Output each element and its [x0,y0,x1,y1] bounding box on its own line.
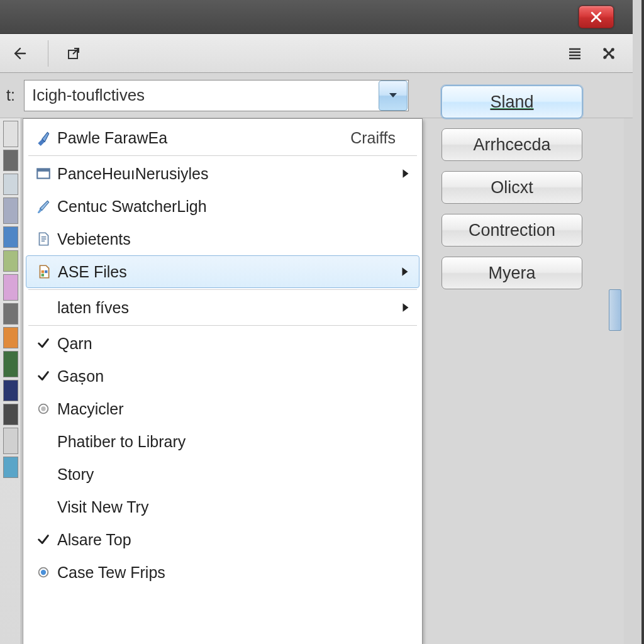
checkmark-icon [36,533,50,547]
menu-item[interactable]: Centuc SwatcherLigh [23,190,422,223]
menu-item-arrow [398,168,413,179]
submenu-arrow-icon [401,168,410,179]
menu-item[interactable]: laten fíves [23,291,422,324]
svg-rect-6 [37,169,50,171]
menu-item[interactable]: PanceHeuıNerusiyles [23,157,422,190]
color-palette [0,118,21,644]
filter-combobox[interactable] [24,80,409,111]
palette-swatch[interactable] [3,303,18,325]
dropdown-menu: Pawle FarawEaCraiffsPanceHeuıNerusiylesC… [23,118,423,644]
back-button[interactable] [8,42,30,65]
palette-swatch[interactable] [3,197,18,224]
palette-swatch[interactable] [3,150,18,171]
menu-item[interactable]: Alsare Top [23,523,422,556]
toolbar-separator [48,40,48,67]
toolbar [0,34,633,73]
chevron-down-icon [388,92,398,99]
window-icon [35,165,52,182]
radio-on-icon [36,565,50,579]
titlebar [0,0,633,34]
doc-icon [35,231,52,247]
menu-check-col [30,336,57,350]
menu-icon-col [30,130,57,146]
submenu-arrow-icon [401,302,410,313]
checkmark-icon [36,336,50,350]
toolbar-right [564,42,625,65]
menu-item[interactable]: Story [23,458,422,491]
menu-item[interactable]: Case Tew Frips [23,556,422,589]
palette-swatch[interactable] [3,250,18,272]
menu-item-label: Vebietents [57,230,398,248]
contrection-button[interactable]: Contrection [441,214,582,247]
menu-item-arrow [397,266,413,277]
menu-item-label: Qarn [57,335,398,353]
menu-list: Pawle FarawEaCraiffsPanceHeuıNerusiylesC… [23,119,422,591]
menu-icon-col [30,165,57,182]
settings-button[interactable] [597,42,620,65]
menu-item-label: Story [57,465,398,484]
myera-button[interactable]: Myera [441,257,582,289]
olicxt-button[interactable]: Olicxt [441,171,582,204]
arrhcecda-button[interactable]: Arrhcecda [441,128,582,161]
svg-rect-8 [45,270,47,273]
palette-swatch[interactable] [3,428,18,454]
menu-item[interactable]: Qarn [23,327,422,360]
menu-separator [28,325,417,326]
palette-swatch[interactable] [3,351,18,377]
scrollbar-thumb[interactable] [609,289,621,331]
menu-item[interactable]: Macyicler [23,392,422,425]
menu-item-label: laten fíves [57,299,398,317]
menu-separator [28,155,417,156]
menu-item-label: Centuc SwatcherLigh [57,197,398,216]
menu-item[interactable]: Vebietents [23,223,422,255]
svg-point-3 [604,55,607,58]
palette-swatch[interactable] [3,327,18,348]
menu-separator [28,289,417,290]
open-external-icon [66,46,81,61]
sland-button[interactable]: Sland [441,86,582,118]
menu-item-label: Gaṣon [57,367,398,386]
combo-dropdown-button[interactable] [379,80,408,111]
menu-icon-col [30,231,57,247]
window-close-button[interactable] [579,6,614,28]
menu-check-col [30,369,57,383]
button-label: Sland [490,92,533,112]
menu-item-label: Pawle FarawEa [57,129,350,147]
menu-item-label: Macyicler [57,400,398,418]
menu-item[interactable]: ASE Files [26,255,419,288]
menu-item-label: PanceHeuıNerusiyles [57,165,398,183]
palette-swatch[interactable] [3,121,18,147]
menu-item[interactable]: Phatiber to Library [23,425,422,458]
menu-item-label: Case Tew Frips [57,564,398,582]
svg-point-1 [604,48,607,51]
menu-item[interactable]: Pawle FarawEaCraiffs [23,121,422,154]
tools-cross-icon [601,46,616,61]
palette-swatch[interactable] [3,380,18,401]
checkmark-icon [36,369,50,383]
menu-icon-col [30,198,57,214]
svg-rect-7 [42,270,44,273]
palette-swatch[interactable] [3,274,18,301]
palette-swatch[interactable] [3,404,18,425]
toolbar-left [8,40,85,67]
menu-icon-col [30,264,58,280]
palette-swatch[interactable] [3,174,18,195]
menu-list-button[interactable] [564,42,586,65]
menu-item[interactable]: Visit New Try [23,491,422,523]
palette-swatch[interactable] [3,226,18,248]
svg-point-13 [41,570,46,575]
palette-swatch[interactable] [3,457,18,478]
open-external-button[interactable] [62,42,85,65]
brush-icon [35,130,52,146]
menu-check-col [30,533,57,547]
menu-item-arrow [398,302,413,313]
submenu-arrow-icon [401,266,409,277]
filter-label: t: [4,86,15,104]
window-client: t: Pawle FarawEaCraiffsPanceHeuıNerusiyl… [0,0,633,644]
menu-check-col [30,565,57,579]
menu-item[interactable]: Gaṣon [23,360,422,392]
radio-off-icon [36,402,50,416]
filter-input[interactable] [25,80,378,111]
svg-rect-9 [42,274,44,276]
menu-item-shortcut: Craiffs [350,129,398,147]
